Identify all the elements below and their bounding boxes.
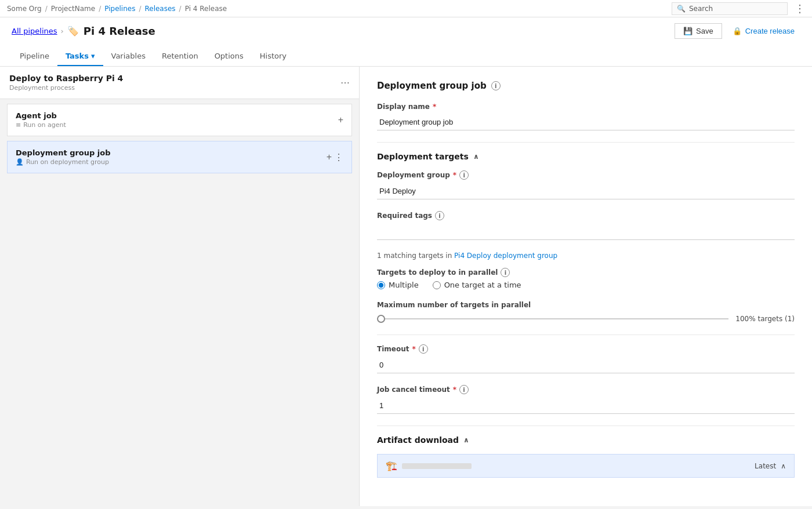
breadcrumb-pipelines[interactable]: Pipelines <box>104 5 135 13</box>
display-name-required: * <box>433 103 436 111</box>
display-name-group: Display name * <box>377 103 795 130</box>
deployment-group-input[interactable] <box>377 183 795 199</box>
agent-job-item[interactable]: Agent job ≡ Run on agent + <box>7 104 352 136</box>
search-label: Search <box>689 5 713 13</box>
job-cancel-timeout-info-icon[interactable]: i <box>459 385 469 394</box>
tab-variables[interactable]: Variables <box>103 47 154 66</box>
deployment-group-label-text: Deployment group <box>377 171 450 179</box>
sep3: / <box>139 5 141 13</box>
job-cancel-timeout-input[interactable] <box>377 398 795 414</box>
radio-multiple-input[interactable] <box>377 281 385 289</box>
max-parallel-slider[interactable] <box>377 318 728 319</box>
required-tags-label-text: Required tags <box>377 212 432 220</box>
tab-options-label: Options <box>215 52 244 60</box>
tab-pipeline[interactable]: Pipeline <box>12 47 57 66</box>
all-pipelines-link[interactable]: All pipelines <box>12 27 57 35</box>
topbar-menu-icon[interactable]: ⋮ <box>795 2 805 14</box>
max-parallel-section: Maximum number of targets in parallel 10… <box>377 301 795 323</box>
artifact-chevron: ∧ <box>781 462 786 470</box>
radio-one-at-time-text: One target at a time <box>444 281 521 289</box>
tab-tasks[interactable]: Tasks ▾ <box>57 47 103 66</box>
timeout-info-icon[interactable]: i <box>419 344 428 354</box>
deployment-group-job-item[interactable]: Deployment group job 👤 Run on deployment… <box>7 141 352 173</box>
breadcrumbs: Some Org / ProjectName / Pipelines / Rel… <box>7 5 227 13</box>
tab-tasks-label: Tasks <box>66 52 89 60</box>
job-cancel-timeout-required: * <box>453 386 456 394</box>
timeout-input[interactable] <box>377 357 795 373</box>
agent-job-name: Agent job <box>16 111 66 120</box>
stage-more-button[interactable]: ⋯ <box>340 77 350 88</box>
deployment-group-more-button[interactable]: ⋮ <box>334 152 343 163</box>
deployment-group-required: * <box>453 171 456 179</box>
sep1: / <box>45 5 48 13</box>
required-tags-input[interactable] <box>377 224 795 240</box>
tab-retention[interactable]: Retention <box>154 47 206 66</box>
deployment-group-icon: 👤 <box>16 158 24 166</box>
radio-multiple-label[interactable]: Multiple <box>377 281 419 289</box>
display-name-input[interactable] <box>377 114 795 130</box>
main-layout: Deploy to Raspberry Pi 4 Deployment proc… <box>0 67 812 506</box>
required-tags-label: Required tags i <box>377 211 795 220</box>
radio-one-at-time-input[interactable] <box>433 281 441 289</box>
left-panel: Deploy to Raspberry Pi 4 Deployment proc… <box>0 67 360 506</box>
breadcrumb-current: Pi 4 Release <box>185 5 227 13</box>
tab-history[interactable]: History <box>252 47 295 66</box>
pipeline-title-text: Pi 4 Release <box>84 25 155 37</box>
artifact-name-placeholder <box>402 463 472 469</box>
radio-one-at-time-label[interactable]: One target at a time <box>433 281 521 289</box>
targets-parallel-info-icon[interactable]: i <box>501 268 510 277</box>
deployment-group-job-name: Deployment group job <box>16 148 111 157</box>
section-info-icon[interactable]: i <box>491 81 501 90</box>
create-release-button[interactable]: 🔒 Create release <box>727 24 800 38</box>
targets-parallel-label-text: Targets to deploy to in parallel <box>377 268 498 277</box>
agent-job-add-button[interactable]: + <box>338 115 343 125</box>
breadcrumb-releases[interactable]: Releases <box>144 5 175 13</box>
deployment-group-subtitle: Run on deployment group <box>26 158 109 166</box>
artifact-download-chevron: ∧ <box>463 436 469 444</box>
artifact-icon: 🏗️ <box>386 460 397 471</box>
artifact-download-section: Artifact download ∧ 🏗️ Latest ∧ <box>377 435 795 478</box>
search-icon: 🔍 <box>677 5 686 13</box>
tab-options[interactable]: Options <box>206 47 252 66</box>
artifact-download-header[interactable]: Artifact download ∧ <box>377 435 795 445</box>
display-name-label-text: Display name <box>377 103 430 111</box>
tab-history-label: History <box>260 52 287 60</box>
display-name-label: Display name * <box>377 103 795 111</box>
timeout-group: Timeout * i <box>377 344 795 373</box>
stage-info: Deploy to Raspberry Pi 4 Deployment proc… <box>9 74 123 92</box>
matching-targets-text: 1 matching targets in Pi4 Deploy deploym… <box>377 252 795 260</box>
deployment-group-job-sub: 👤 Run on deployment group <box>16 158 111 166</box>
required-tags-info-icon[interactable]: i <box>435 211 444 220</box>
sep4: / <box>179 5 182 13</box>
deployment-targets-header[interactable]: Deployment targets ∧ <box>377 152 795 161</box>
create-release-icon: 🔒 <box>733 27 742 35</box>
stage-title: Deploy to Raspberry Pi 4 <box>9 74 123 83</box>
right-panel: Deployment group job i Display name * De… <box>360 67 812 506</box>
deployment-targets-section: Deployment targets ∧ Deployment group * … <box>377 152 795 323</box>
save-button[interactable]: 💾 Save <box>675 23 722 39</box>
org-name: Some Org <box>7 5 42 13</box>
deployment-group-info-icon[interactable]: i <box>459 170 469 180</box>
stage-header: Deploy to Raspberry Pi 4 Deployment proc… <box>0 67 359 99</box>
artifact-left: 🏗️ <box>386 460 472 471</box>
section-title-text: Deployment group job <box>377 81 487 91</box>
page-header: All pipelines › 🏷️ Pi 4 Release 💾 Save 🔒… <box>0 17 812 67</box>
tab-pipeline-label: Pipeline <box>20 52 49 60</box>
deployment-group-group: Deployment group * i <box>377 170 795 199</box>
agent-job-info: Agent job ≡ Run on agent <box>16 111 66 129</box>
deployment-group-job-actions: + ⋮ <box>327 152 343 163</box>
timeout-required: * <box>412 345 415 353</box>
matching-targets-link[interactable]: Pi4 Deploy deployment group <box>454 252 557 260</box>
header-actions: 💾 Save 🔒 Create release <box>675 23 800 39</box>
nav-tabs: Pipeline Tasks ▾ Variables Retention Opt… <box>12 47 800 66</box>
project-name: ProjectName <box>51 5 95 13</box>
create-release-label: Create release <box>745 27 795 35</box>
artifact-right: Latest ∧ <box>755 462 786 470</box>
job-cancel-timeout-label-text: Job cancel timeout <box>377 386 450 394</box>
deployment-group-add-button[interactable]: + <box>327 152 332 162</box>
agent-job-actions: + <box>338 115 343 125</box>
search-bar[interactable]: 🔍 Search <box>672 2 788 15</box>
sep2: / <box>99 5 101 13</box>
slider-value-text: 100% targets (1) <box>735 315 795 323</box>
artifact-row[interactable]: 🏗️ Latest ∧ <box>377 454 795 478</box>
